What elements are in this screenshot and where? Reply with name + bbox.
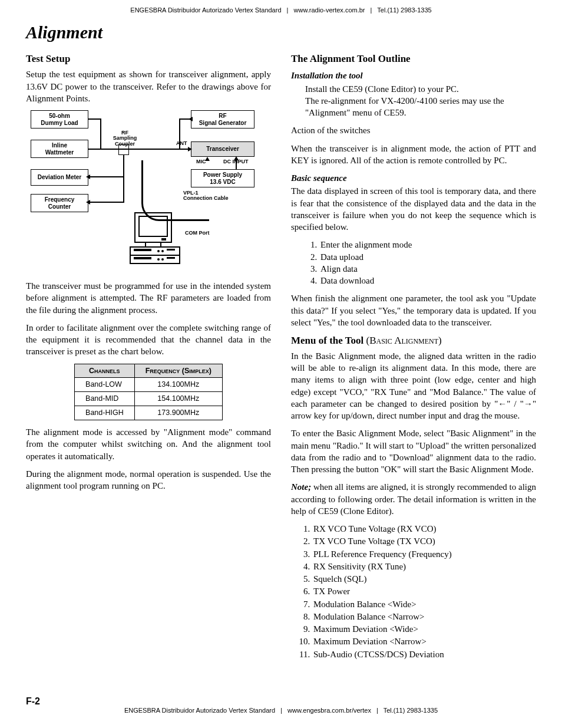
outline-heading: The Alignment Tool Outline (291, 52, 536, 66)
header-url: www.radio-vertex.com.br (294, 6, 365, 14)
th-frequency: Frequency (Simplex) (134, 364, 222, 378)
list-item: RX VCO Tune Voltage (RX VCO) (312, 523, 536, 535)
test-setup-p1: Setup the test equipment as shown for tr… (26, 68, 271, 104)
label-vpl-cable: VPL-1Connection Cable (183, 190, 236, 202)
cell-ch: Band-LOW (75, 378, 135, 392)
line (100, 118, 101, 149)
svg-point-10 (157, 250, 160, 252)
svg-rect-3 (146, 242, 161, 247)
cell-ch: Band-MID (75, 392, 135, 406)
install-line1: Install the CE59 (Clone Editor) to your … (305, 83, 536, 95)
menu-note: Note; when all items are aligned, it is … (291, 481, 536, 517)
test-setup-p3: In order to facilitate alignment over th… (26, 322, 271, 358)
test-setup-p2: The transceiver must be programmed for u… (26, 280, 271, 316)
menu-p2: To enter the Basic Alignment Mode, selec… (291, 427, 536, 475)
list-item: Maximum Deviation <Wide> (312, 623, 536, 635)
box-dummy-load: 50-ohmDummy Load (31, 110, 88, 129)
table-row: Band-MID 154.100MHz (75, 392, 223, 406)
line (88, 202, 124, 203)
install-subhead: Installation the tool (291, 70, 536, 81)
footer-tel: Tel.(11) 2983-1335 (384, 707, 438, 714)
running-footer: ENGESBRA Distribuidor Autorizado Vertex … (0, 706, 562, 715)
action-heading: Action of the switches (291, 124, 536, 136)
separator: | (280, 707, 282, 714)
note-lead: Note; (291, 482, 311, 492)
box-frequency-counter: FrequencyCounter (31, 194, 88, 212)
label-dcinput: DC INPUT (223, 159, 249, 164)
list-item: Modulation Balance <Narrow> (312, 611, 536, 622)
arrow-left-icon (86, 200, 90, 205)
page: ENGESBRA Distribuidor Autorizado Vertex … (0, 0, 562, 728)
test-setup-diagram: 50-ohmDummy Load InlineWattmeter Deviati… (26, 110, 256, 274)
box-transceiver: Transceiver (191, 141, 254, 157)
list-item: PLL Reference Frequency (Frequency) (312, 548, 536, 560)
list-item: Align data (319, 263, 536, 275)
svg-rect-0 (135, 213, 171, 242)
label-mic: MIC (196, 159, 206, 164)
line (88, 149, 191, 150)
list-item: Data download (319, 275, 536, 286)
menu-p3: when all items are aligned, it is strong… (291, 482, 536, 516)
label-coupler: RF SamplingCoupler (111, 130, 138, 147)
label-ant: ANT (176, 141, 187, 146)
arrow-left-icon (86, 174, 90, 179)
left-column: Test Setup Setup the test equipment as s… (26, 49, 271, 666)
menu-heading: Menu of the Tool (Basic Alignment) (291, 334, 536, 348)
separator: | (287, 6, 289, 14)
basic-p2: When finish the alignment one parameter,… (291, 292, 536, 328)
svg-rect-6 (167, 249, 175, 251)
box-inline-wattmeter: InlineWattmeter (31, 140, 88, 158)
list-item: Maximum Deviation <Narrow> (312, 635, 536, 647)
svg-rect-2 (161, 238, 166, 241)
menu-p1: In the Basic Alignment mode, the aligned… (291, 350, 536, 422)
cell-ch: Band-HIGH (75, 406, 135, 420)
list-item: Squelch (SQL) (312, 573, 536, 585)
list-item: Enter the alignment mode (319, 239, 536, 251)
basic-sequence-list: Enter the alignment mode Data upload Ali… (303, 239, 536, 286)
running-header: ENGESBRA Distribuidor Autorizado Vertex … (26, 6, 536, 15)
basic-subhead: Basic sequence (291, 172, 536, 184)
line (123, 155, 124, 202)
menu-heading-paren: (Basic Alignment) (366, 335, 442, 346)
table-row: Band-LOW 134.100MHz (75, 378, 223, 392)
svg-rect-8 (134, 257, 151, 259)
two-column-layout: Test Setup Setup the test equipment as s… (26, 49, 536, 666)
test-setup-heading: Test Setup (26, 52, 271, 66)
alignment-order-list: RX VCO Tune Voltage (RX VCO) TX VCO Tune… (303, 523, 536, 660)
list-item: TX Power (312, 585, 536, 597)
line (88, 118, 101, 120)
list-item: TX VCO Tune Voltage (TX VCO) (312, 535, 536, 547)
box-rf-signal-generator: RFSignal Generator (191, 110, 254, 129)
table-row: Band-HIGH 173.900MHz (75, 406, 223, 420)
footer-distributor: ENGESBRA Distribuidor Autorizado Vertex … (124, 707, 275, 714)
channel-frequency-table: Channels Frequency (Simplex) Band-LOW 13… (74, 364, 223, 421)
footer-url: www.engesbra.com.br/vertex (287, 707, 371, 714)
svg-point-13 (161, 258, 164, 261)
label-com-port: COM Port (185, 230, 210, 236)
cell-fr: 154.100MHz (134, 392, 222, 406)
cell-fr: 134.100MHz (134, 378, 222, 392)
line (88, 176, 124, 177)
pc-icon (129, 210, 183, 269)
install-block: Install the CE59 (Clone Editor) to your … (291, 83, 536, 119)
list-item: RX Sensitivity (RX Tune) (312, 561, 536, 572)
action-p: When the transceiver is in alignment mod… (291, 143, 536, 167)
basic-p1: The data displayed in screen of this too… (291, 185, 536, 233)
page-title: Alignment (26, 21, 536, 45)
right-column: The Alignment Tool Outline Installation … (291, 49, 536, 666)
list-item: Data upload (319, 251, 536, 263)
list-item: Sub-Audio (CTCSS/DCS) Deviation (312, 648, 536, 660)
arrow-left-icon (189, 117, 193, 121)
list-item: Modulation Balance <Wide> (312, 598, 536, 610)
svg-rect-1 (139, 216, 167, 236)
th-channels: Channels (75, 364, 135, 378)
separator: | (376, 707, 378, 714)
separator: | (371, 6, 372, 14)
header-tel: Tel.(11) 2983-1335 (377, 6, 431, 14)
test-setup-p4: The alignment mode is accessed by "Align… (26, 426, 271, 462)
install-line2: The re-alignment for VX-4200/-4100 serie… (305, 95, 536, 119)
svg-rect-5 (134, 249, 151, 251)
test-setup-p5: During the alignment mode, normal operat… (26, 468, 271, 492)
arrow-right-icon (188, 147, 192, 151)
menu-heading-main: Menu of the Tool (291, 335, 363, 346)
